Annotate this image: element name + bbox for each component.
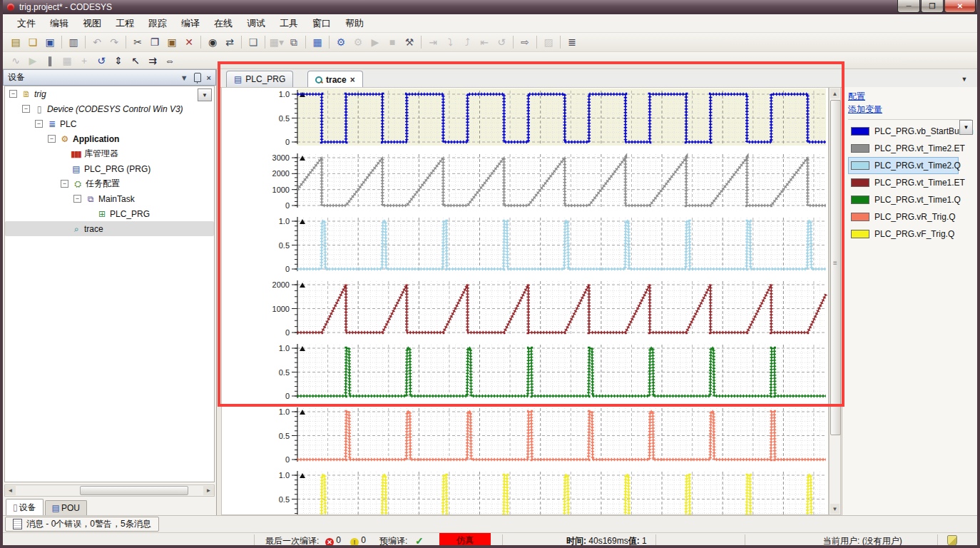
tab-plc_prg[interactable]: ▤PLC_PRG xyxy=(226,71,293,87)
menu-item[interactable]: 跟踪 xyxy=(141,15,174,32)
menu-item[interactable]: 视图 xyxy=(76,15,108,32)
expander-icon[interactable]: − xyxy=(61,180,68,188)
menu-item[interactable]: 编辑 xyxy=(43,15,76,32)
restore-button[interactable]: ❐ xyxy=(921,0,944,13)
breakpoints-icon[interactable]: ▨ xyxy=(541,35,556,49)
expander-icon[interactable]: − xyxy=(22,105,30,113)
bottom-tab-pou[interactable]: ▤POU xyxy=(45,500,87,515)
trace-plot-PLC_PRG.vt_Time2.ET[interactable]: 0100020003000 xyxy=(222,152,828,209)
trace-plot-PLC_PRG.vt_Time2.Q[interactable]: 00.51.0 xyxy=(222,215,828,273)
cut-icon[interactable]: ✂ xyxy=(130,35,146,49)
trace-plot-PLC_PRG.vF_Trig.Q[interactable]: 00.51.0 xyxy=(222,470,828,515)
trace-variable-row[interactable]: PLC_PRG.vF_Trig.Q xyxy=(848,225,959,243)
trace-plot-PLC_PRG.vt_Time1.Q[interactable]: 00.51.0 xyxy=(222,342,828,400)
scroll-up-icon[interactable]: ▲ xyxy=(830,88,839,98)
tree-item-device-codesys-control-win-v3-[interactable]: −▯Device (CODESYS Control Win V3) xyxy=(5,101,214,116)
delete-icon[interactable]: ✕ xyxy=(181,35,197,49)
trace-variable-row[interactable]: PLC_PRG.vt_Time2.Q xyxy=(848,157,959,174)
reset-icon[interactable]: ↺ xyxy=(494,35,509,49)
minimize-button[interactable]: ─ xyxy=(897,0,920,13)
expander-icon[interactable]: − xyxy=(48,135,56,143)
trace-chart-area[interactable]: 00.51.0010002000300000.51.001000200000.5… xyxy=(221,87,829,515)
trace-reset-zoom-icon[interactable]: ↺ xyxy=(93,54,109,68)
tree-item-application[interactable]: −⚙Application xyxy=(5,131,214,146)
tree-item-trig[interactable]: −🗎trig xyxy=(5,86,214,101)
trace-variable-row[interactable]: PLC_PRG.vR_Trig.Q xyxy=(848,208,959,225)
expander-icon[interactable]: − xyxy=(9,90,17,98)
tree-combo-button[interactable]: ▼ xyxy=(198,88,212,101)
paste-special-icon[interactable]: ❏ xyxy=(245,35,261,49)
menu-item[interactable]: 编译 xyxy=(174,15,207,32)
scroll-thumb[interactable] xyxy=(830,100,841,435)
undo-icon[interactable]: ↶ xyxy=(89,35,105,49)
find-icon[interactable]: ◉ xyxy=(205,35,220,49)
title-bar[interactable]: trig.project* - CODESYS ─ ❐ ✕ xyxy=(0,0,980,14)
trace-plot-PLC_PRG.vt_Time1.ET[interactable]: 010002000 xyxy=(222,279,828,336)
chart-vertical-scrollbar[interactable]: ▲ ▼ xyxy=(829,87,841,515)
run-icon[interactable]: ▶ xyxy=(367,35,383,49)
new-file-icon[interactable]: ▤ xyxy=(8,35,24,49)
trace-variable-row[interactable]: PLC_PRG.vt_Time1.Q xyxy=(848,191,959,208)
close-button[interactable]: ✕ xyxy=(944,0,976,13)
scroll-down-icon[interactable]: ▼ xyxy=(830,504,839,514)
trace-variable-row[interactable]: PLC_PRG.vb_StartButton xyxy=(848,123,959,140)
export-icon[interactable]: ⧉ xyxy=(286,35,302,49)
tab-close-icon[interactable]: × xyxy=(350,75,355,85)
tree-item-trace[interactable]: ⌕trace xyxy=(5,221,214,236)
trace-pause-icon[interactable]: ∥ xyxy=(42,54,58,68)
trace-stretch-x-icon[interactable]: ⇔ xyxy=(162,54,178,68)
trace-grid-icon[interactable]: ▦ xyxy=(59,54,75,68)
open-file-icon[interactable]: ❏ xyxy=(25,35,41,49)
flow-control-icon[interactable]: ⇨ xyxy=(517,35,533,49)
paste-icon[interactable]: ▣ xyxy=(164,35,180,49)
trace-plot-PLC_PRG.vR_Trig.Q[interactable]: 00.51.0 xyxy=(222,406,828,463)
tree-item--[interactable]: −⛭任务配置 xyxy=(5,176,214,191)
variable-dropdown-button[interactable]: ▼ xyxy=(959,120,973,135)
tree-item-plc-prg[interactable]: ⊞PLC_PRG xyxy=(5,206,214,221)
tree-item-plc[interactable]: −≣PLC xyxy=(5,116,214,131)
menu-item[interactable]: 工具 xyxy=(272,15,305,32)
trace-cursor-icon[interactable]: ↖ xyxy=(128,54,143,68)
right-panel-dropdown-icon[interactable]: ▼ xyxy=(958,73,971,84)
stop-icon[interactable]: ■ xyxy=(384,35,400,49)
step-out-icon[interactable]: ⤴ xyxy=(459,35,475,49)
run-to-cursor-icon[interactable]: ⇤ xyxy=(476,35,492,49)
build-icon[interactable]: ▦ xyxy=(310,35,325,49)
print-icon[interactable]: ▥ xyxy=(66,35,81,49)
login-icon[interactable]: ⚙ xyxy=(333,35,349,49)
trace-variable-row[interactable]: PLC_PRG.vt_Time1.ET xyxy=(848,174,959,191)
messages-tab[interactable]: 消息 - 0个错误，0警告，5条消息 xyxy=(5,517,159,532)
expander-icon[interactable]: − xyxy=(35,120,43,128)
save-icon[interactable]: ▣ xyxy=(42,35,58,49)
scroll-left-icon[interactable]: ◄ xyxy=(5,486,16,495)
menu-item[interactable]: 在线 xyxy=(207,15,240,32)
trace-start-icon[interactable]: ▶ xyxy=(25,54,41,68)
grid-dropdown-icon[interactable]: ▦▾ xyxy=(269,35,285,49)
trace-chart-icon[interactable]: ∿ xyxy=(8,54,24,68)
tree-item-plc-prg-prg-[interactable]: ▤PLC_PRG (PRG) xyxy=(5,161,214,176)
replace-icon[interactable]: ⇄ xyxy=(222,35,238,49)
add-variable-link[interactable]: 添加变量 xyxy=(848,103,977,116)
trace-compress-x-icon[interactable]: ⇉ xyxy=(145,54,160,68)
copy-icon[interactable]: ❐ xyxy=(147,35,163,49)
scroll-thumb[interactable] xyxy=(80,486,188,495)
expander-icon[interactable]: − xyxy=(73,195,81,203)
menu-item[interactable]: 工程 xyxy=(108,15,141,32)
menu-item[interactable]: 文件 xyxy=(10,15,43,32)
step-into-icon[interactable]: ⤵ xyxy=(442,35,458,49)
tab-trace[interactable]: trace× xyxy=(307,71,363,88)
trace-variable-row[interactable]: PLC_PRG.vt_Time2.ET xyxy=(848,140,959,157)
config-icon[interactable]: ⚒ xyxy=(402,35,417,49)
logout-icon[interactable]: ⚙ xyxy=(350,35,366,49)
trace-plot-PLC_PRG.vb_StartButton[interactable]: 00.51.0 xyxy=(222,88,828,146)
panel-close-icon[interactable]: × xyxy=(207,73,211,82)
bottom-tab-设备[interactable]: ▯设备 xyxy=(6,499,44,515)
scroll-right-icon[interactable]: ► xyxy=(203,486,214,495)
tree-item-maintask[interactable]: −⧉MainTask xyxy=(5,191,214,206)
menu-item[interactable]: 调试 xyxy=(240,15,272,32)
pin-icon[interactable] xyxy=(194,73,201,82)
tree-item--[interactable]: ▮▮▮库管理器 xyxy=(5,146,214,161)
menu-item[interactable]: 帮助 xyxy=(338,15,371,32)
tree-horizontal-scrollbar[interactable]: ◄ ► xyxy=(4,484,215,497)
list-icon[interactable]: ≣ xyxy=(564,35,580,49)
